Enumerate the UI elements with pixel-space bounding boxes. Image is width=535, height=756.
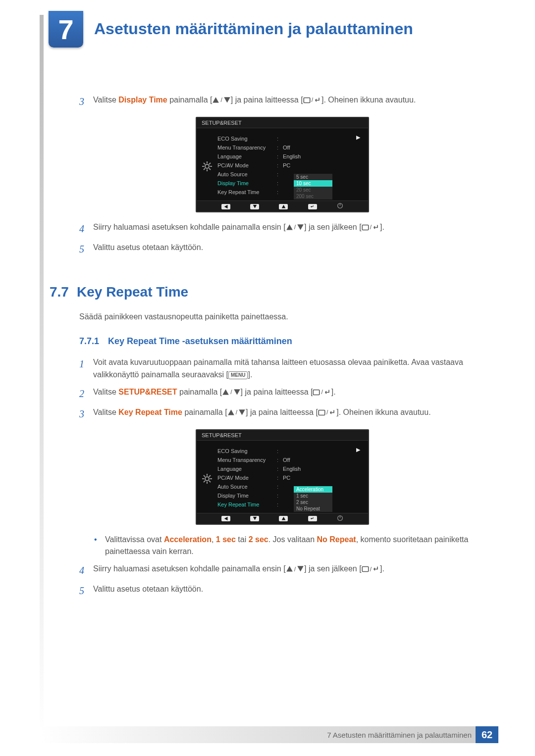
subsection-title: Key Repeat Time -asetuksen määrittäminen	[108, 336, 292, 347]
osd-row: Display Time:	[217, 179, 368, 188]
step-text: Valittu asetus otetaan käyttöön.	[93, 583, 485, 599]
text: ].	[380, 564, 384, 573]
text: painamalla [	[167, 96, 213, 104]
text: Siirry haluamasi asetuksen kohdalle pain…	[93, 564, 286, 573]
osd-row: PC/AV Mode:PC	[217, 473, 368, 482]
osd-option: 5 sec	[294, 174, 332, 180]
step-number: 3	[79, 406, 93, 422]
section-heading: 7.7 Key Repeat Time	[79, 284, 485, 300]
gear-icon	[197, 132, 217, 201]
osd-screenshot-key-repeat: SETUP&RESET ECO Saving:Menu Transparency…	[196, 429, 369, 525]
step-row: 3 Valitse Display Time painamalla [/] ja…	[79, 94, 485, 109]
step-row: 1 Voit avata kuvaruutuoppaan painamalla …	[79, 356, 485, 381]
osd-option: 10 sec	[294, 180, 332, 187]
chapter-number-badge: 7	[49, 11, 83, 48]
text: ] ja sen jälkeen [	[304, 564, 362, 573]
osd-list: ECO Saving:Menu Transparency:OffLanguage…	[217, 132, 368, 201]
right-arrow-icon: ▶	[353, 134, 363, 141]
osd-body: ECO Saving:Menu Transparency:OffLanguage…	[197, 128, 368, 201]
osd-row-value: PC	[283, 162, 290, 168]
nav-down-icon	[250, 516, 259, 521]
text: ].	[380, 223, 384, 231]
osd-row-label: Key Repeat Time	[217, 502, 277, 507]
osd-title: SETUP&RESET	[197, 430, 368, 441]
osd-row-value: English	[283, 466, 301, 472]
osd-row-label: Language	[217, 153, 277, 159]
osd-row-label: PC/AV Mode	[217, 162, 277, 168]
text: ] ja paina laitteessa [	[231, 96, 303, 104]
osd-body: ECO Saving:Menu Transparency:OffLanguage…	[197, 441, 368, 513]
text: ]. Oheinen ikkuna avautuu.	[321, 96, 416, 104]
osd-row-value: English	[283, 153, 301, 159]
osd-option: 2 sec	[294, 499, 332, 505]
step-number: 4	[79, 221, 93, 237]
text: . Jos valitaan	[268, 535, 317, 544]
osd-row-value: Off	[283, 457, 290, 463]
osd-row-label: Display Time	[217, 180, 277, 186]
text: ] ja sen jälkeen [	[304, 223, 362, 231]
step-row: 4 Siirry haluamasi asetuksen kohdalle pa…	[79, 563, 485, 578]
osd-row-label: Auto Source	[217, 484, 277, 490]
osd-options: Acceleration1 sec2 secNo Repeat	[294, 486, 332, 512]
power-icon	[337, 202, 343, 210]
osd-colon: :	[277, 162, 283, 168]
page-content: 3 Valitse Display Time painamalla [/] ja…	[79, 94, 485, 604]
text: Siirry haluamasi asetuksen kohdalle pain…	[93, 223, 286, 231]
updown-icon: /	[212, 96, 230, 105]
osd-colon: :	[277, 171, 283, 177]
highlight: 1 sec	[216, 535, 236, 544]
highlight: Acceleration	[164, 535, 212, 544]
nav-enter-icon	[308, 516, 317, 521]
text: ].	[331, 388, 336, 396]
nav-left-icon	[221, 516, 230, 521]
step-number: 1	[79, 356, 93, 381]
osd-title: SETUP&RESET	[197, 118, 368, 128]
osd-row-label: ECO Saving	[217, 136, 277, 142]
updown-icon: /	[286, 223, 304, 232]
power-icon	[337, 515, 343, 523]
osd-row-value: Off	[283, 145, 290, 151]
highlight: Display Time	[118, 96, 167, 104]
osd-colon: :	[277, 484, 283, 490]
right-arrow-icon: ▶	[353, 447, 363, 453]
step-row: 5 Valittu asetus otetaan käyttöön.	[79, 583, 485, 599]
text: ] ja paina laitteessa [	[241, 388, 313, 396]
step-text: Voit avata kuvaruutuoppaan painamalla mi…	[93, 356, 485, 381]
step-row: 3 Valitse Key Repeat Time painamalla [/]…	[79, 406, 485, 422]
osd-row-value: PC	[283, 475, 290, 481]
subsection-number: 7.7.1	[79, 336, 108, 347]
select-enter-icon: /	[303, 96, 321, 105]
osd-colon: :	[277, 153, 283, 159]
osd-row: Auto Source:	[217, 482, 368, 491]
osd-colon: :	[277, 502, 283, 507]
chapter-title: Asetusten määrittäminen ja palauttaminen	[94, 20, 413, 38]
text: tai	[236, 535, 249, 544]
osd-colon: :	[277, 145, 283, 151]
osd-nav	[197, 201, 368, 211]
bullet-text: Valittavissa ovat Acceleration, 1 sec ta…	[105, 534, 485, 558]
step-text: Siirry haluamasi asetuksen kohdalle pain…	[93, 563, 485, 578]
osd-row-label: Menu Transparency	[217, 145, 277, 151]
osd-screenshot-display-time: SETUP&RESET ECO Saving:Menu Transparency…	[196, 117, 369, 212]
osd-row: Language:English	[217, 464, 368, 473]
nav-up-icon	[279, 516, 288, 521]
text: painamalla [	[177, 388, 222, 396]
text: ,	[212, 535, 216, 544]
step-text: Valitse SETUP&RESET painamalla [/] ja pa…	[93, 386, 485, 402]
osd-row: Menu Transparency:Off	[217, 455, 368, 464]
osd-colon: :	[277, 466, 283, 472]
osd-row: Language:English	[217, 152, 368, 161]
select-enter-icon: /	[318, 408, 336, 417]
step-row: 5 Valittu asetus otetaan käyttöön.	[79, 242, 485, 257]
step-number: 2	[79, 386, 93, 402]
osd-row: Display Time:	[217, 491, 368, 500]
osd-option: No Repeat	[294, 505, 332, 512]
nav-enter-icon	[308, 204, 317, 209]
side-gradient	[40, 15, 44, 735]
step-row: 2 Valitse SETUP&RESET painamalla [/] ja …	[79, 386, 485, 402]
osd-option: 1 sec	[294, 493, 332, 499]
osd-row: PC/AV Mode:PC	[217, 161, 368, 170]
menu-button-label: MENU	[228, 371, 248, 379]
osd-colon: :	[277, 189, 283, 195]
nav-down-icon	[250, 204, 259, 209]
